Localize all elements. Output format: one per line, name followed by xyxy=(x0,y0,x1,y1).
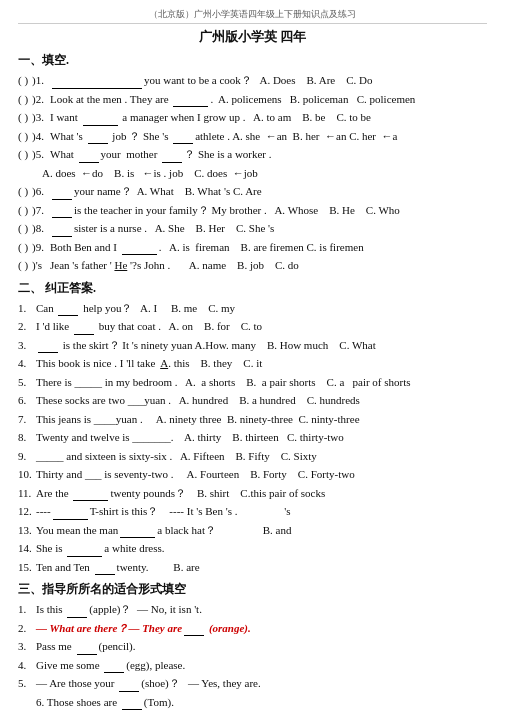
fill-row-5: ( ) )5. What your mother ？ She is a work… xyxy=(18,146,487,163)
section-three: 三、指导所所名的适合形式填空 1. Is this (apple)？ — No,… xyxy=(18,581,487,710)
mcq-6: 6. These socks are two ___yuan . A. hund… xyxy=(18,392,487,409)
fill-row-3: ( ) )3. I want a manager when I grow up … xyxy=(18,109,487,126)
fill-row-9: ( ) )9. Both Ben and I . A. is fireman B… xyxy=(18,239,487,256)
mcq-8: 8. Twenty and twelve is _______. A. thir… xyxy=(18,429,487,446)
mcq-7: 7. This jeans is ____yuan . A. ninety th… xyxy=(18,411,487,428)
mcq-5: 5. There is _____ in my bedroom . A. a s… xyxy=(18,374,487,391)
fill-row-7: ( ) )7. is the teacher in your family？ M… xyxy=(18,202,487,219)
mcq-3: 3. is the skirt？ It 's ninety yuan A.How… xyxy=(18,337,487,354)
mcq-1: 1. Can help you？ A. I B. me C. my xyxy=(18,300,487,317)
mcq-13: 13. You mean the mana black hat？ B. and xyxy=(18,522,487,539)
fill3-5: 5. — Are those your (shoe)？ — Yes, they … xyxy=(18,675,487,692)
fill3-4: 4. Give me some (egg), please. xyxy=(18,657,487,674)
section-three-title: 三、指导所所名的适合形式填空 xyxy=(18,581,487,598)
top-bar: （北京版）广州小学英语四年级上下册知识点及练习 xyxy=(18,8,487,24)
mcq-2: 2. I 'd like buy that coat . A. on B. fo… xyxy=(18,318,487,335)
mcq-9: 9. _____ and sixteen is sixty-six . A. F… xyxy=(18,448,487,465)
fill-row-10: ( ) )'s Jean 's father ' He '?s John . A… xyxy=(18,257,487,274)
section-one-title: 一、填空. xyxy=(18,52,487,69)
fill3-3: 3. Pass me (pencil). xyxy=(18,638,487,655)
mcq-11: 11. Are the twenty pounds？ B. shirt C.th… xyxy=(18,485,487,502)
mcq-10: 10. Thirty and ___ is seventy-two . A. F… xyxy=(18,466,487,483)
fill3-1: 1. Is this (apple)？ — No, it isn 't. xyxy=(18,601,487,618)
fill3-2: 2. — What are there？— They are (orange). xyxy=(18,620,487,637)
fill-row-8: ( ) )8. sister is a nurse . A. She B. He… xyxy=(18,220,487,237)
section-two-title: 二、 纠正答案. xyxy=(18,280,487,297)
fill-row-6: ( ) )6. your name？ A. What B. What 's C.… xyxy=(18,183,487,200)
mcq-4: 4. This book is nice . I 'll take A. thi… xyxy=(18,355,487,372)
mcq-14: 14. She is a white dress. xyxy=(18,540,487,557)
page-title: 广州版小学英 四年 xyxy=(18,28,487,46)
section-two: 二、 纠正答案. 1. Can help you？ A. I B. me C. … xyxy=(18,280,487,576)
mcq-15: 15. Ten and Ten twenty. B. are xyxy=(18,559,487,576)
section-one: 一、填空. ( ) )1. you want to be a cook？ A. … xyxy=(18,52,487,274)
fill3-6: 6. Those shoes are (Tom). xyxy=(18,694,487,711)
fill-row-4: ( ) )4. What 's job ？ She 's athlete . A… xyxy=(18,128,487,145)
fill-row-1: ( ) )1. you want to be a cook？ A. Does B… xyxy=(18,72,487,89)
fill-row-2: ( ) )2. Look at the men . They are . A. … xyxy=(18,91,487,108)
fill-row-5-opts: A. does ←do B. is ←is . job C. does ←job xyxy=(42,165,487,182)
mcq-12: 12. ----T-shirt is this？ ---- It 's Ben … xyxy=(18,503,487,520)
